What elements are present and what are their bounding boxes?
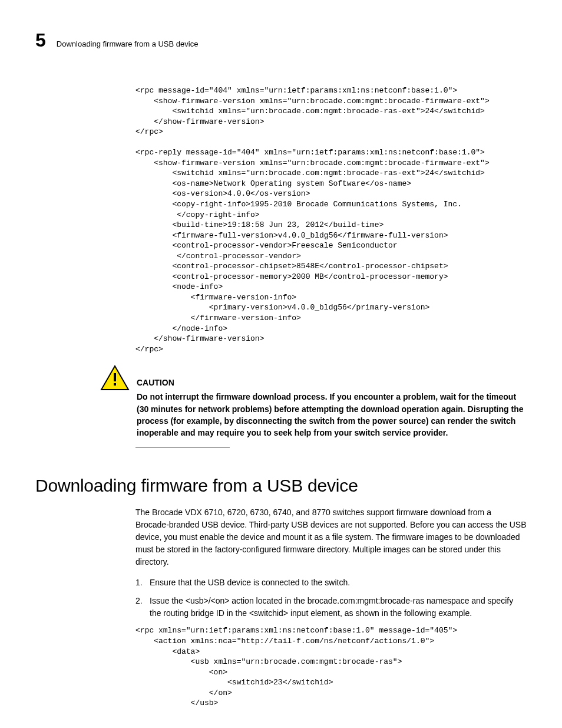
svg-rect-2 [114, 383, 116, 386]
steps-list: Ensure that the USB device is connected … [135, 577, 527, 620]
code-block-2: <rpc xmlns="urn:ietf:params:xml:ns:netco… [135, 625, 527, 708]
caution-block: CAUTION Do not interrupt the firmware do… [100, 365, 527, 439]
code-block-1: <rpc message-id="404" xmlns="urn:ietf:pa… [135, 85, 527, 354]
divider [135, 447, 230, 447]
section-heading: Downloading firmware from a USB device [35, 476, 527, 496]
intro-paragraph: The Brocade VDX 6710, 6720, 6730, 6740, … [135, 506, 527, 568]
code-block-1-container: <rpc message-id="404" xmlns="urn:ietf:pa… [135, 85, 527, 354]
svg-rect-1 [114, 373, 116, 381]
caution-icon [100, 365, 130, 391]
section-body: The Brocade VDX 6710, 6720, 6730, 6740, … [135, 506, 527, 568]
step-item: Ensure that the USB device is connected … [135, 577, 527, 589]
caution-label: CAUTION [137, 378, 527, 387]
page-header: 5 Downloading firmware from a USB device [35, 29, 527, 51]
caution-text: Do not interrupt the firmware download p… [137, 391, 527, 439]
step-item: Issue the <usb>/<on> action located in t… [135, 595, 527, 620]
running-title: Downloading firmware from a USB device [57, 39, 199, 48]
page-container: 5 Downloading firmware from a USB device… [0, 0, 562, 728]
code-block-2-container: <rpc xmlns="urn:ietf:params:xml:ns:netco… [135, 625, 527, 708]
caution-body: CAUTION Do not interrupt the firmware do… [137, 365, 527, 439]
chapter-number: 5 [35, 29, 46, 51]
